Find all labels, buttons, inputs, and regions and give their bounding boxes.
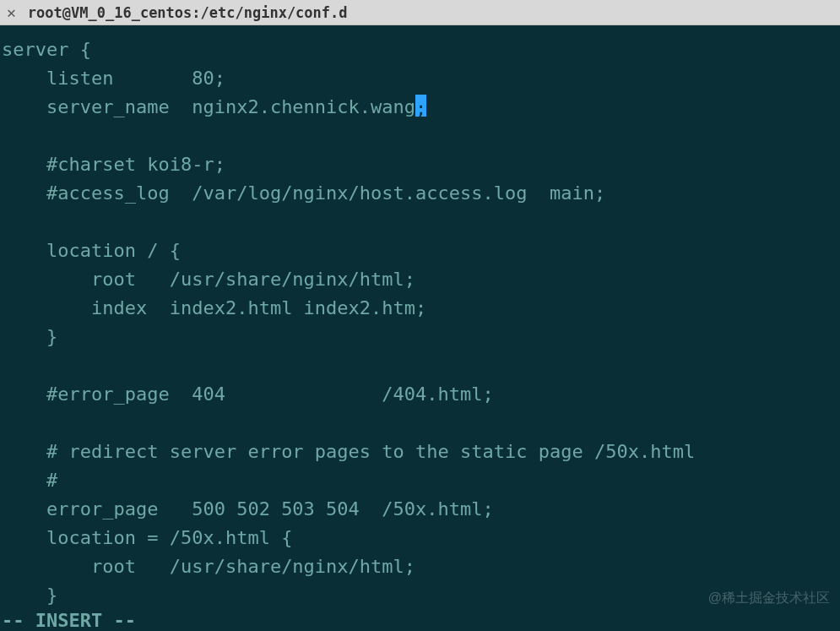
window-title: root@VM_0_16_centos:/etc/nginx/conf.d [28,4,348,21]
close-icon[interactable]: ✕ [7,5,16,20]
watermark-text: @稀土掘金技术社区 [708,590,830,607]
editor-content[interactable]: server { listen 80; server_name nginx2.c… [2,35,695,610]
text-cursor: ; [415,95,426,117]
terminal-viewport[interactable]: server { listen 80; server_name nginx2.c… [0,25,840,631]
titlebar: ✕ root@VM_0_16_centos:/etc/nginx/conf.d [0,0,840,25]
vim-mode-line: -- INSERT -- [2,610,136,631]
